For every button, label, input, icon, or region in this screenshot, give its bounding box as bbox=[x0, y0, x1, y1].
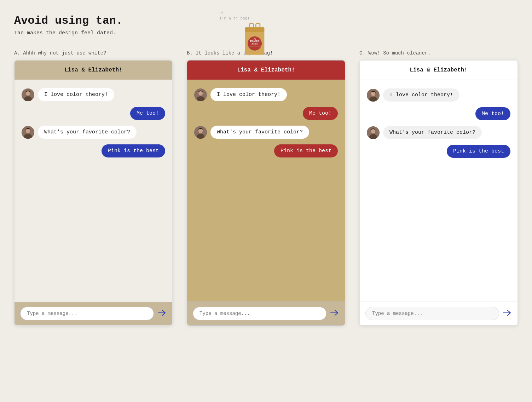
message-input[interactable] bbox=[193, 307, 326, 320]
received-bubble: What's your favorite color? bbox=[383, 126, 482, 139]
avatar bbox=[367, 126, 380, 139]
svg-point-19 bbox=[198, 91, 203, 96]
chat-footer bbox=[360, 302, 517, 325]
comparison-label-c: C. Wow! So much cleaner. bbox=[359, 50, 518, 56]
message-row: What's your favorite color? bbox=[194, 126, 338, 139]
avatar bbox=[22, 88, 34, 101]
avatar bbox=[367, 89, 380, 102]
tj-bag-decoration: hi! i'm a tj bag!~ TRADER JOE'S bbox=[219, 11, 269, 59]
sent-bubble: Me too! bbox=[475, 107, 510, 120]
message-row: Pink is the best bbox=[22, 144, 165, 157]
message-row: Pink is the best bbox=[367, 145, 510, 158]
avatar bbox=[194, 88, 207, 101]
message-row: What's your favorite color? bbox=[22, 126, 165, 139]
chat-header: Lisa & Elizabeth! bbox=[15, 61, 172, 80]
chat-footer bbox=[15, 302, 172, 325]
avatar bbox=[22, 126, 34, 139]
svg-point-27 bbox=[371, 92, 375, 96]
comparison-col-b: B. It looks like a paper bag!Lisa & Eliz… bbox=[187, 50, 345, 326]
chat-footer bbox=[187, 302, 345, 325]
message-row: Pink is the best bbox=[194, 144, 338, 157]
svg-rect-1 bbox=[245, 27, 265, 32]
tj-bag-svg: TRADER JOE'S bbox=[241, 22, 269, 57]
message-row: Me too! bbox=[367, 107, 510, 120]
page-wrapper: Avoid using tan. Tan makes the design fe… bbox=[14, 14, 518, 326]
comparisons-row: A. Ahhh why not just use white?Lisa & El… bbox=[14, 50, 518, 326]
message-input[interactable] bbox=[365, 307, 499, 320]
chat-body: I love color theory!Me too! What's your … bbox=[360, 80, 517, 302]
chat-body: I love color theory!Me too! What's your … bbox=[15, 80, 172, 302]
message-row: I love color theory! bbox=[367, 88, 510, 102]
svg-text:JOE'S: JOE'S bbox=[251, 42, 258, 45]
received-bubble: I love color theory! bbox=[210, 88, 287, 101]
sent-bubble: Pink is the best bbox=[447, 145, 510, 158]
chat-window-a: Lisa & Elizabeth! I love color theory!Me… bbox=[14, 60, 173, 326]
comparison-col-a: A. Ahhh why not just use white?Lisa & El… bbox=[14, 50, 173, 326]
chat-window-c: Lisa & Elizabeth! I love color theory!Me… bbox=[359, 60, 518, 326]
send-button[interactable] bbox=[329, 308, 339, 320]
svg-text:TRADER: TRADER bbox=[250, 40, 260, 42]
message-row: What's your favorite color? bbox=[367, 126, 510, 139]
svg-point-11 bbox=[26, 91, 30, 96]
received-bubble: What's your favorite color? bbox=[38, 126, 137, 139]
received-bubble: What's your favorite color? bbox=[210, 126, 309, 139]
sent-bubble: Me too! bbox=[303, 107, 338, 120]
sent-bubble: Pink is the best bbox=[102, 144, 165, 157]
chat-window-b: Lisa & Elizabeth! I love color theory!Me… bbox=[187, 60, 345, 326]
chat-header: Lisa & Elizabeth! bbox=[187, 61, 345, 80]
chat-body: I love color theory!Me too! What's your … bbox=[187, 80, 345, 302]
received-bubble: I love color theory! bbox=[383, 88, 459, 102]
send-button[interactable] bbox=[157, 308, 167, 320]
message-row: Me too! bbox=[194, 107, 338, 120]
comparison-label-a: A. Ahhh why not just use white? bbox=[14, 50, 173, 56]
chat-header: Lisa & Elizabeth! bbox=[360, 61, 517, 80]
received-bubble: I love color theory! bbox=[38, 88, 114, 101]
svg-point-23 bbox=[198, 129, 203, 133]
comparison-col-c: C. Wow! So much cleaner.Lisa & Elizabeth… bbox=[359, 50, 518, 326]
send-button[interactable] bbox=[502, 308, 512, 320]
header-area: Avoid using tan. Tan makes the design fe… bbox=[14, 14, 518, 36]
message-row: I love color theory! bbox=[22, 88, 165, 101]
tj-bag-hi: hi! i'm a tj bag!~ bbox=[219, 11, 269, 22]
message-row: I love color theory! bbox=[194, 88, 338, 101]
sent-bubble: Pink is the best bbox=[274, 144, 338, 157]
message-input[interactable] bbox=[20, 307, 154, 320]
sent-bubble: Me too! bbox=[130, 107, 165, 120]
avatar bbox=[194, 126, 207, 139]
svg-point-31 bbox=[371, 129, 375, 133]
svg-point-15 bbox=[26, 129, 30, 133]
message-row: Me too! bbox=[22, 107, 165, 120]
